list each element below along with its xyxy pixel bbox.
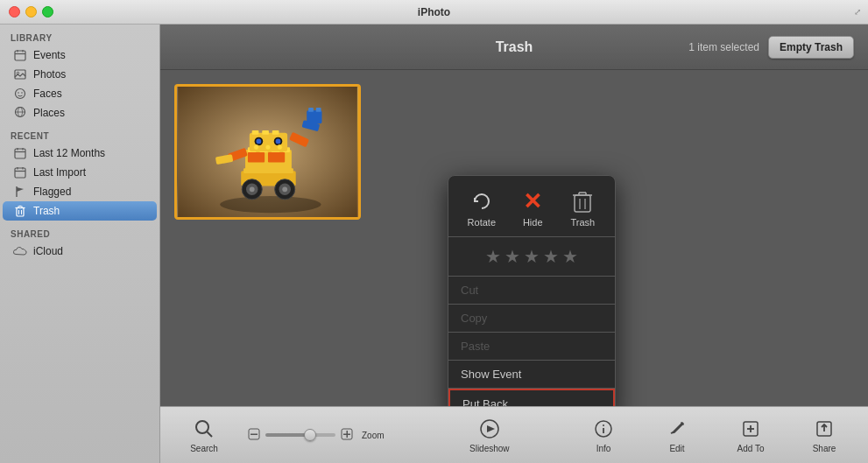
zoom-slider[interactable] — [265, 433, 335, 437]
app-title: iPhoto — [418, 6, 450, 18]
zoom-control: Zoom — [248, 428, 385, 443]
svg-rect-0 — [15, 51, 25, 60]
star-3[interactable]: ★ — [524, 246, 540, 267]
svg-rect-21 — [17, 208, 24, 217]
svg-rect-41 — [268, 152, 285, 163]
content-area: Trash 1 item selected Empty Trash — [160, 25, 868, 463]
sidebar-item-places[interactable]: Places — [3, 103, 157, 123]
zoom-out-icon[interactable] — [248, 428, 260, 443]
svg-point-29 — [220, 196, 321, 213]
photos-icon — [13, 67, 27, 81]
context-menu-trash[interactable]: Trash — [564, 186, 601, 229]
ctx-trash-icon — [569, 188, 596, 214]
context-menu-hide[interactable]: ✕ Hide — [514, 186, 551, 229]
trash-label: Trash — [571, 217, 596, 228]
context-menu-rotate[interactable]: Rotate — [462, 186, 501, 229]
sidebar-item-photos[interactable]: Photos — [3, 65, 157, 84]
bottom-right-items: Info Edit — [577, 417, 850, 453]
app-body: LIBRARY Events Photos Faces Places RECE — [0, 25, 868, 463]
info-button[interactable]: Info — [577, 417, 630, 453]
context-menu-icons: Rotate ✕ Hide — [448, 176, 615, 237]
zoom-in-icon[interactable] — [341, 428, 353, 443]
star-2[interactable]: ★ — [505, 246, 520, 267]
svg-marker-81 — [487, 425, 495, 432]
sidebar-item-label-faces: Faces — [33, 88, 62, 100]
photo-grid: Rotate ✕ Hide — [160, 70, 868, 406]
star-5[interactable]: ★ — [562, 246, 578, 267]
toolbar-title: Trash — [401, 39, 628, 55]
star-rating[interactable]: ★ ★ ★ ★ ★ — [448, 237, 615, 277]
minimize-button[interactable] — [25, 6, 37, 18]
svg-rect-16 — [15, 168, 25, 178]
hide-label: Hide — [523, 217, 543, 228]
sidebar-item-icloud[interactable]: iCloud — [3, 242, 157, 261]
slideshow-label: Slideshow — [469, 444, 510, 453]
share-label: Share — [813, 444, 836, 453]
window-controls — [9, 6, 53, 18]
item-selected-label: 1 item selected — [688, 41, 759, 53]
edit-button[interactable]: Edit — [651, 417, 703, 453]
zoom-slider-thumb[interactable] — [304, 429, 316, 441]
rotate-icon — [469, 188, 495, 214]
last12months-icon — [13, 146, 27, 160]
places-icon — [13, 106, 27, 120]
svg-rect-40 — [248, 152, 265, 163]
events-icon — [13, 48, 27, 62]
sidebar-item-label-places: Places — [33, 107, 65, 119]
sidebar-item-flagged[interactable]: Flagged — [3, 182, 157, 201]
context-menu-copy: Copy — [448, 305, 615, 332]
sidebar-item-label-photos: Photos — [33, 68, 66, 81]
hide-icon: ✕ — [519, 188, 546, 214]
sidebar-item-lastimport[interactable]: Last Import — [3, 163, 157, 182]
search-button[interactable]: Search — [178, 417, 230, 453]
svg-point-47 — [257, 139, 262, 144]
search-label: Search — [190, 444, 218, 453]
sidebar-item-label-last12months: Last 12 Months — [33, 147, 105, 159]
rotate-label: Rotate — [468, 217, 496, 228]
bottom-bar: Search Zoom — [160, 406, 868, 463]
context-menu: Rotate ✕ Hide — [448, 175, 616, 406]
svg-rect-55 — [308, 108, 314, 112]
search-icon — [192, 417, 216, 441]
svg-point-73 — [196, 421, 208, 433]
svg-rect-78 — [347, 431, 349, 438]
svg-rect-45 — [272, 130, 279, 135]
title-bar: iPhoto ⤢ — [0, 0, 868, 25]
sidebar-item-label-events: Events — [33, 49, 66, 61]
slideshow-icon — [477, 417, 502, 441]
svg-point-83 — [603, 424, 604, 426]
context-menu-put-back[interactable]: Put Back — [448, 389, 615, 406]
add-to-label: Add To — [737, 444, 765, 453]
svg-point-6 — [16, 89, 25, 99]
sidebar-item-last12months[interactable]: Last 12 Months — [3, 144, 157, 163]
icloud-icon — [13, 244, 27, 258]
sidebar-item-label-lastimport: Last Import — [33, 166, 86, 179]
star-4[interactable]: ★ — [543, 246, 559, 267]
context-menu-show-event[interactable]: Show Event — [448, 361, 615, 388]
star-1[interactable]: ★ — [485, 246, 501, 267]
add-to-button[interactable]: Add To — [724, 417, 777, 453]
shared-section-header: SHARED — [0, 221, 159, 242]
empty-trash-button[interactable]: Empty Trash — [768, 36, 854, 59]
resize-icon: ⤢ — [854, 7, 861, 17]
library-section-header: LIBRARY — [0, 25, 159, 46]
info-icon — [591, 417, 616, 441]
edit-label: Edit — [669, 444, 684, 453]
svg-rect-43 — [252, 130, 259, 135]
share-button[interactable]: Share — [798, 417, 850, 453]
maximize-button[interactable] — [42, 6, 53, 18]
slideshow-button[interactable]: Slideshow — [463, 417, 516, 453]
faces-icon — [13, 87, 27, 101]
close-button[interactable] — [9, 6, 20, 18]
svg-point-65 — [278, 144, 283, 150]
photo-thumbnail[interactable] — [174, 84, 361, 220]
svg-rect-56 — [316, 108, 321, 112]
sidebar-item-events[interactable]: Events — [3, 46, 157, 65]
sidebar-item-label-icloud: iCloud — [33, 245, 63, 257]
sidebar-item-faces[interactable]: Faces — [3, 84, 157, 103]
sidebar-item-label-flagged: Flagged — [33, 186, 71, 198]
context-menu-paste: Paste — [448, 333, 615, 360]
zoom-label: Zoom — [362, 431, 385, 440]
flagged-icon — [13, 185, 27, 199]
sidebar-item-trash[interactable]: Trash — [3, 201, 157, 221]
